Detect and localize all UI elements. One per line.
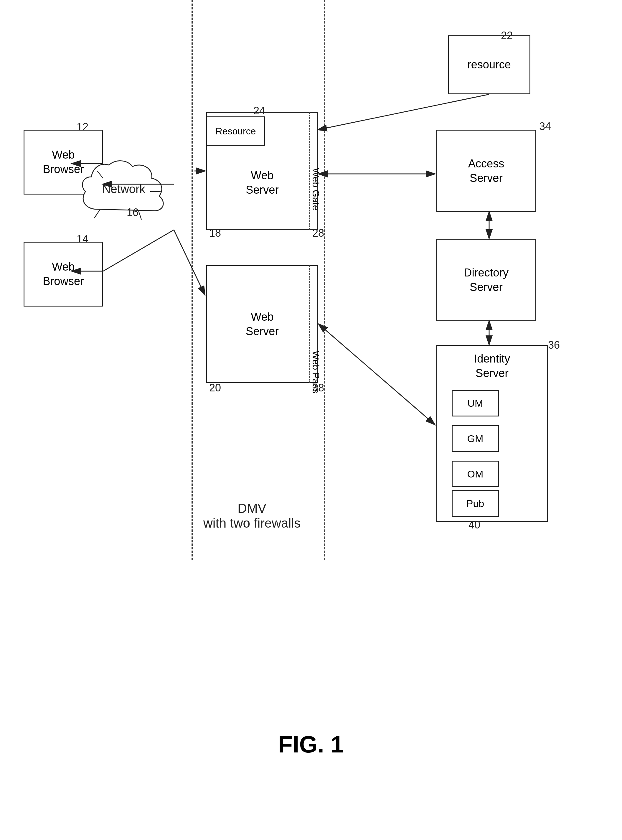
firewall-right [324, 0, 325, 560]
webgate-line [309, 112, 309, 230]
ref-24: 24 [253, 105, 265, 117]
firewall-left [192, 0, 193, 560]
pub-box: Pub [452, 490, 499, 517]
dmv-label: DMV with two firewalls [203, 501, 300, 530]
access-server-box: Access Server [436, 130, 536, 212]
resource-inner-box: Resource [206, 116, 265, 146]
directory-server-box: Directory Server [436, 239, 536, 321]
um-box: UM [452, 390, 499, 417]
svg-line-14 [174, 230, 205, 295]
ref-18: 18 [209, 227, 221, 239]
ref-16: 16 [127, 206, 139, 219]
svg-line-8 [318, 94, 489, 130]
figure-label: FIG. 1 [0, 731, 622, 758]
ref-28: 28 [313, 227, 324, 239]
diagram: resource 22 Web Browser 12 Web Browser 1… [0, 0, 622, 840]
ref-34: 34 [539, 120, 551, 133]
identity-server-box: Identity Server UM 42 GM 44 OM 46 Pub 48 [436, 345, 548, 522]
ref-12: 12 [76, 121, 88, 133]
resource-box: resource [448, 35, 531, 94]
webpass-label: Web Pass [310, 351, 321, 394]
svg-line-2 [94, 209, 100, 218]
svg-line-3 [139, 211, 142, 220]
gm-box: GM [452, 425, 499, 452]
svg-line-18 [319, 324, 434, 425]
network-cloud: Network [74, 156, 174, 239]
ref-40: 40 [468, 519, 480, 531]
web-server-bottom: Web Server [206, 265, 318, 383]
svg-text:Network: Network [102, 182, 146, 195]
om-box: OM [452, 461, 499, 487]
ref-22: 22 [501, 29, 513, 42]
webgate-label: Web Gate [310, 168, 321, 210]
webpass-line [309, 265, 309, 383]
ref-36: 36 [548, 339, 560, 351]
ref-20: 20 [209, 382, 221, 394]
web-browser-bottom: Web Browser [24, 242, 103, 307]
